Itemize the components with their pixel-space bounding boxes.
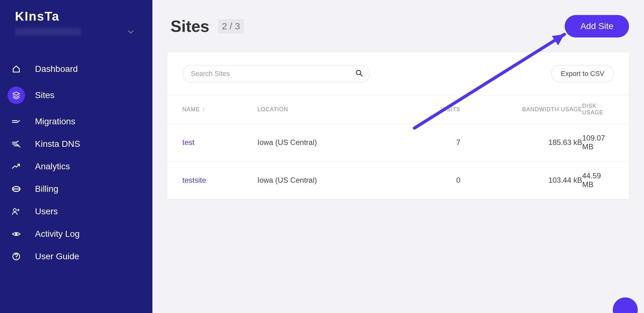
- analytics-icon: [12, 162, 21, 171]
- help-icon: [12, 252, 21, 261]
- site-bandwidth: 103.44 kB: [460, 171, 582, 189]
- svg-point-2: [13, 209, 16, 211]
- export-csv-button[interactable]: Export to CSV: [551, 65, 614, 82]
- company-selector[interactable]: [0, 28, 152, 36]
- card-toolbar: Export to CSV: [167, 52, 629, 95]
- search-icon: [355, 69, 363, 78]
- svg-line-7: [360, 74, 362, 76]
- sidebar-item-dashboard[interactable]: Dashboard: [0, 58, 152, 80]
- svg-point-6: [356, 70, 361, 75]
- sidebar-item-label: Kinsta DNS: [35, 139, 80, 149]
- page-title: Sites: [171, 17, 209, 36]
- table-row[interactable]: testsite Iowa (US Central) 0 103.44 kB 4…: [167, 161, 629, 199]
- sites-card: Export to CSV NAME ↑ LOCATION VISITS BAN…: [167, 52, 629, 199]
- sidebar-item-label: Analytics: [35, 161, 70, 171]
- sidebar-item-analytics[interactable]: Analytics: [0, 155, 152, 178]
- sidebar-item-label: Sites: [35, 90, 54, 100]
- sidebar-item-dns[interactable]: Kinsta DNS: [0, 133, 152, 155]
- search-wrapper: [182, 65, 370, 82]
- site-name-link[interactable]: testsite: [182, 171, 257, 189]
- sidebar-item-label: Activity Log: [35, 229, 80, 239]
- main-content: Sites 2 / 3 Add Site Export to CSV NAME …: [152, 0, 644, 313]
- site-visits: 7: [370, 134, 460, 151]
- sidebar-item-user-guide[interactable]: User Guide: [0, 245, 152, 268]
- home-icon: [12, 65, 21, 73]
- site-disk: 109.07 MB: [582, 134, 614, 151]
- chevron-down-icon: [128, 29, 134, 35]
- sidebar-item-label: Billing: [35, 184, 58, 194]
- eye-icon: [12, 230, 21, 238]
- brand-logo: KInsTa: [0, 9, 152, 23]
- column-location[interactable]: LOCATION: [257, 103, 370, 116]
- site-disk: 44.59 MB: [582, 171, 614, 189]
- column-name[interactable]: NAME ↑: [182, 103, 257, 116]
- svg-point-3: [15, 233, 17, 235]
- page-header: Sites 2 / 3 Add Site: [167, 15, 629, 37]
- sidebar-item-users[interactable]: Users: [0, 200, 152, 223]
- billing-icon: [12, 185, 21, 193]
- sidebar-item-activity-log[interactable]: Activity Log: [0, 223, 152, 245]
- site-bandwidth: 185.63 kB: [460, 134, 582, 151]
- table-header: NAME ↑ LOCATION VISITS BANDWIDTH USAGE D…: [167, 95, 629, 124]
- sites-table: NAME ↑ LOCATION VISITS BANDWIDTH USAGE D…: [167, 95, 629, 199]
- site-location: Iowa (US Central): [257, 171, 370, 189]
- column-bandwidth[interactable]: BANDWIDTH USAGE: [460, 103, 582, 116]
- add-site-button[interactable]: Add Site: [565, 15, 629, 37]
- search-input[interactable]: [182, 65, 370, 82]
- sidebar: KInsTa Dashboard Sites Migrations Kinsta…: [0, 0, 152, 313]
- table-row[interactable]: test Iowa (US Central) 7 185.63 kB 109.0…: [167, 124, 629, 161]
- sidebar-item-label: User Guide: [35, 251, 79, 261]
- column-visits[interactable]: VISITS: [370, 103, 460, 116]
- sidebar-item-billing[interactable]: Billing: [0, 178, 152, 200]
- site-name-link[interactable]: test: [182, 134, 257, 151]
- sidebar-item-label: Users: [35, 206, 58, 216]
- sites-count-badge: 2 / 3: [218, 19, 244, 33]
- sidebar-item-sites[interactable]: Sites: [0, 80, 152, 110]
- sidebar-item-migrations[interactable]: Migrations: [0, 110, 152, 133]
- column-disk[interactable]: DISK USAGE: [582, 103, 614, 116]
- floating-action-button[interactable]: [613, 297, 638, 313]
- site-visits: 0: [370, 171, 460, 189]
- layers-icon: [12, 91, 21, 100]
- site-location: Iowa (US Central): [257, 134, 370, 151]
- sidebar-item-label: Migrations: [35, 117, 75, 127]
- dns-icon: [12, 140, 21, 148]
- migrate-icon: [12, 117, 21, 126]
- svg-point-5: [16, 258, 17, 259]
- sort-arrow-icon: ↑: [202, 107, 205, 112]
- company-name-redacted: [15, 28, 81, 36]
- sidebar-item-label: Dashboard: [35, 64, 78, 74]
- users-icon: [12, 207, 21, 216]
